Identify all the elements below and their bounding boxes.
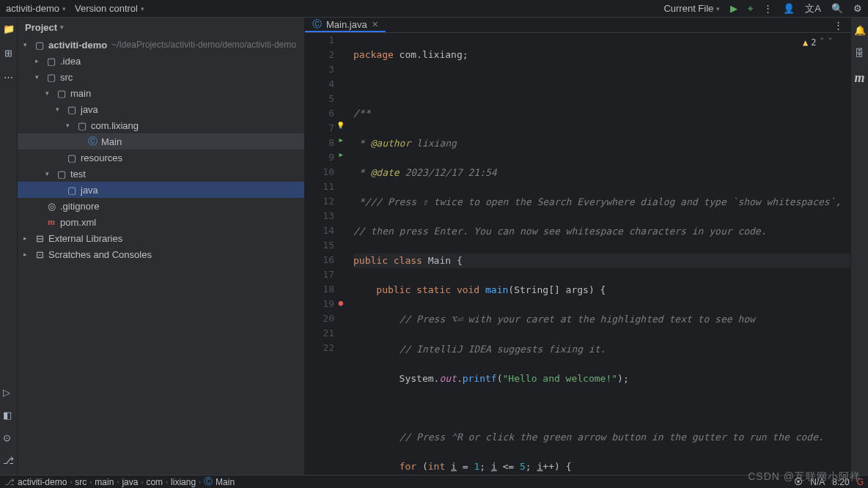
- structure-tool-icon[interactable]: ⊞: [4, 48, 12, 59]
- run-tool-icon[interactable]: ▷: [3, 387, 14, 398]
- class-icon: Ⓒ: [87, 135, 98, 148]
- project-panel-title: Project: [25, 22, 57, 33]
- folder-icon: ▢: [34, 40, 45, 51]
- tab-main-java[interactable]: Ⓒ Main.java ✕: [305, 18, 386, 32]
- tree-item-ext-lib[interactable]: ▸⊟External Libraries: [18, 230, 304, 246]
- tree-item-scratches[interactable]: ▸⊡Scratches and Consoles: [18, 246, 304, 262]
- tree-item-src[interactable]: ▾▢src: [18, 69, 304, 85]
- folder-icon: ▢: [45, 56, 57, 67]
- tab-more-icon[interactable]: ⋮: [826, 20, 850, 31]
- folder-icon: ▢: [66, 185, 78, 196]
- vcs-menu[interactable]: Version control▾: [75, 3, 144, 14]
- warning-icon: ▲: [803, 36, 808, 50]
- tree-label: .idea: [60, 56, 81, 67]
- project-tool-icon[interactable]: 📁: [3, 23, 15, 34]
- current-file-label: Current File: [663, 3, 713, 14]
- crumb[interactable]: src: [75, 477, 87, 487]
- folder-icon: ▢: [56, 169, 67, 180]
- tree-label: pom.xml: [60, 217, 96, 228]
- maven-icon: m: [45, 216, 57, 228]
- chevron-right-icon: ▸: [35, 57, 45, 64]
- chevron-down-icon: ▾: [62, 5, 66, 12]
- tree-label: java: [81, 185, 98, 196]
- warning-count: 2: [811, 36, 816, 50]
- chevron-down-icon: ▾: [716, 5, 720, 12]
- crumb[interactable]: main: [95, 477, 114, 487]
- search-icon[interactable]: 🔍: [831, 3, 843, 14]
- chevron-up-icon[interactable]: ˆ: [820, 36, 825, 50]
- chevron-down-icon[interactable]: ˇ: [828, 36, 833, 50]
- library-icon: ⊟: [34, 233, 45, 244]
- chevron-down-icon: ▾: [23, 41, 34, 48]
- tree-item-test-java[interactable]: ▢java: [18, 182, 304, 198]
- chevron-right-icon: ▸: [23, 234, 34, 242]
- tree-item-main-class[interactable]: ⒸMain: [18, 133, 304, 149]
- git-tool-icon[interactable]: ⎇: [3, 455, 14, 466]
- close-icon[interactable]: ✕: [372, 20, 378, 29]
- scratch-icon: ⊡: [34, 249, 45, 260]
- more-icon[interactable]: ⋮: [763, 3, 773, 14]
- maven-tool-icon[interactable]: m: [854, 70, 864, 86]
- tree-item-java[interactable]: ▾▢java: [18, 101, 304, 117]
- run-icon[interactable]: ▶: [730, 3, 738, 14]
- class-icon: Ⓒ: [312, 18, 322, 31]
- tree-item-test[interactable]: ▾▢test: [18, 166, 304, 182]
- translate-icon[interactable]: 文A: [805, 2, 821, 15]
- folder-icon: ▢: [45, 72, 57, 83]
- tree-item-idea[interactable]: ▸▢.idea: [18, 53, 304, 69]
- crumb[interactable]: activiti-demo: [18, 477, 67, 487]
- run-config[interactable]: Current File▾: [663, 3, 720, 14]
- file-icon: ◎: [45, 201, 57, 212]
- problems-tool-icon[interactable]: ⊙: [3, 432, 14, 443]
- chevron-down-icon: ▾: [35, 73, 45, 81]
- tree-item-package[interactable]: ▾▢com.lixiang: [18, 117, 304, 133]
- tab-label: Main.java: [326, 19, 367, 30]
- tree-label: External Libraries: [48, 233, 122, 244]
- tree-item-gitignore[interactable]: ◎.gitignore: [18, 198, 304, 214]
- tree-item-main[interactable]: ▾▢main: [18, 85, 304, 101]
- tree-item-resources[interactable]: ▢resources: [18, 149, 304, 166]
- chevron-down-icon: ▾: [45, 170, 56, 177]
- chevron-right-icon: ▸: [23, 251, 34, 258]
- tree-label: resources: [81, 152, 122, 163]
- vcs-label: Version control: [75, 3, 138, 14]
- chevron-down-icon: ▾: [45, 89, 56, 97]
- gear-icon[interactable]: ⚙: [853, 3, 862, 14]
- warning-badge[interactable]: ▲2ˆˇ: [803, 36, 833, 50]
- tree-label: java: [81, 104, 98, 115]
- chevron-down-icon: ▾: [66, 122, 76, 129]
- debug-icon[interactable]: ⌖: [748, 3, 753, 15]
- crumb[interactable]: lixiang: [171, 477, 196, 487]
- tree-root[interactable]: ▾▢activiti-demo~/IdeaProjects/activiti-d…: [18, 37, 304, 53]
- project-panel-header[interactable]: Project ▾: [18, 18, 304, 37]
- project-name: activiti-demo: [6, 3, 59, 14]
- tree-label: com.lixiang: [91, 120, 139, 131]
- tree-item-pom[interactable]: mpom.xml: [18, 214, 304, 230]
- folder-icon: ▢: [76, 120, 88, 131]
- crumb[interactable]: com: [146, 477, 163, 487]
- debug-tool-icon[interactable]: ◧: [3, 410, 14, 421]
- more-tool-icon[interactable]: ⋯: [4, 72, 13, 83]
- tree-label: Scratches and Consoles: [48, 249, 152, 260]
- code-content[interactable]: package com.lixiang; /** * @author lixia…: [340, 33, 850, 488]
- tree-label: test: [70, 169, 86, 180]
- tree-label: main: [70, 88, 91, 99]
- tree-label: Main: [101, 136, 122, 147]
- folder-icon: ▢: [66, 152, 78, 163]
- crumb[interactable]: java: [122, 477, 138, 487]
- user-icon[interactable]: 👤: [783, 3, 795, 14]
- bell-icon[interactable]: 🔔: [854, 25, 866, 36]
- project-menu[interactable]: activiti-demo▾: [6, 3, 66, 14]
- google-icon[interactable]: G: [857, 477, 864, 487]
- tree-label: .gitignore: [60, 201, 99, 212]
- crumb[interactable]: Main: [216, 477, 235, 487]
- folder-icon: ▢: [66, 104, 78, 115]
- db-icon[interactable]: 🗄: [855, 48, 864, 59]
- chevron-down-icon: ▾: [141, 5, 144, 12]
- tree-label: activiti-demo: [48, 40, 107, 51]
- class-icon: Ⓒ: [204, 476, 213, 488]
- chevron-down-icon: ▾: [56, 106, 66, 113]
- tree-path: ~/IdeaProjects/activiti-demo/demo/activi…: [111, 40, 296, 50]
- tree-label: src: [60, 72, 73, 83]
- git-branch-icon[interactable]: ⎇: [4, 477, 15, 487]
